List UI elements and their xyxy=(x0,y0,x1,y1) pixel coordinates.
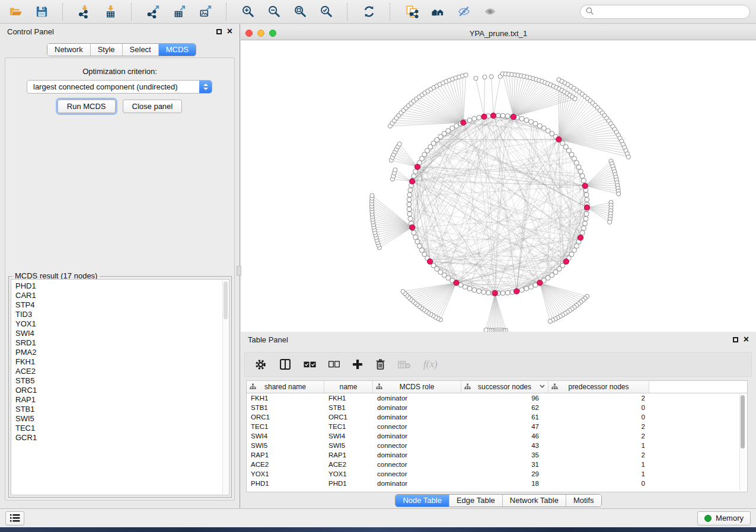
mcds-result-item[interactable]: SWI4 xyxy=(15,329,229,338)
toolbar-separator xyxy=(226,3,227,21)
close-panel-icon[interactable]: × xyxy=(227,27,232,36)
column-header-shared-name[interactable]: shared name xyxy=(247,381,324,393)
zoom-out-button[interactable] xyxy=(264,2,283,21)
table-row[interactable]: ORC1ORC1dominator610 xyxy=(247,412,747,422)
run-mcds-button[interactable]: Run MCDS xyxy=(58,100,116,113)
cell-shared-name: ORC1 xyxy=(247,412,324,422)
mcds-result-item[interactable]: SRD1 xyxy=(15,338,229,348)
mcds-result-item[interactable]: STB5 xyxy=(15,376,229,386)
column-header-successor-nodes[interactable]: successor nodes xyxy=(461,381,548,393)
network-window: YPA_prune.txt_1 xyxy=(241,27,756,332)
import-table-button[interactable] xyxy=(101,2,120,21)
mcds-result-item[interactable]: PMA2 xyxy=(15,348,229,357)
window-maximize-icon[interactable] xyxy=(269,30,276,37)
table-scrollbar[interactable] xyxy=(739,394,746,491)
mcds-result-item[interactable]: GCR1 xyxy=(15,433,229,443)
table-row[interactable]: SWI4SWI4dominator462 xyxy=(247,431,747,441)
cell-shared-name: TEC1 xyxy=(247,422,324,431)
mcds-result-item[interactable]: ACE2 xyxy=(15,367,229,376)
window-minimize-icon[interactable] xyxy=(257,30,264,37)
tab-network-table[interactable]: Network Table xyxy=(502,495,566,507)
mcds-result-item[interactable]: TEC1 xyxy=(15,424,229,433)
table-row[interactable]: YOX1YOX1connector291 xyxy=(247,469,747,479)
mcds-result-item[interactable]: STB1 xyxy=(15,405,229,414)
cell-name: FKH1 xyxy=(324,393,373,403)
save-session-button[interactable] xyxy=(32,2,51,21)
export-image-button[interactable] xyxy=(196,2,215,21)
open-file-button[interactable] xyxy=(6,2,25,21)
vertical-splitter-handle[interactable] xyxy=(237,266,241,275)
cell-mcds-role: dominator xyxy=(373,403,461,412)
tab-node-table[interactable]: Node Table xyxy=(395,495,449,507)
zoom-in-button[interactable] xyxy=(238,2,257,21)
export-network-button[interactable] xyxy=(143,2,162,21)
import-network-button[interactable] xyxy=(75,2,94,21)
dominator-node xyxy=(582,183,588,188)
cell-mcds-role: connector xyxy=(373,422,461,431)
settings-button[interactable] xyxy=(254,357,267,371)
network-canvas[interactable] xyxy=(241,40,756,332)
delete-column-button[interactable] xyxy=(375,357,385,371)
mcds-result-item[interactable]: FKH1 xyxy=(15,357,229,367)
float-table-panel-icon[interactable] xyxy=(733,337,738,342)
table-row[interactable]: STB1STB1dominator620 xyxy=(247,403,747,412)
cell-name: ACE2 xyxy=(324,460,373,469)
select-all-checkboxes-button[interactable] xyxy=(304,357,316,371)
mcds-result-item[interactable]: SWI5 xyxy=(15,414,229,424)
show-all-icon xyxy=(483,5,497,18)
tab-select[interactable]: Select xyxy=(122,44,158,56)
cell-successor-nodes: 29 xyxy=(461,469,548,479)
tab-mcds[interactable]: MCDS xyxy=(158,44,196,56)
float-panel-icon[interactable] xyxy=(216,29,222,34)
tab-motifs[interactable]: Motifs xyxy=(566,495,601,507)
mcds-result-item[interactable]: TID3 xyxy=(15,310,229,319)
deselect-all-checkboxes-button[interactable] xyxy=(328,357,340,371)
close-panel-button[interactable]: Close panel xyxy=(123,100,183,113)
dominator-node xyxy=(556,137,562,142)
table-row[interactable]: FKH1FKH1dominator962 xyxy=(247,393,747,403)
column-header-mcds-role[interactable]: MCDS role xyxy=(373,381,461,393)
mcds-result-item[interactable]: ORC1 xyxy=(15,386,229,395)
tab-edge-table[interactable]: Edge Table xyxy=(449,495,502,507)
clone-network-button[interactable] xyxy=(402,2,421,21)
criterion-dropdown[interactable]: largest connected component (undirected) xyxy=(27,80,212,94)
mcds-result-item[interactable]: YOX1 xyxy=(15,319,229,329)
cell-shared-name: STB1 xyxy=(247,403,324,412)
column-header-name[interactable]: name xyxy=(324,381,373,393)
table-row[interactable]: PHD1PHD1dominator180 xyxy=(247,479,747,488)
cell-shared-name: ACE2 xyxy=(247,460,324,469)
cell-mcds-role: dominator xyxy=(373,431,461,441)
cell-mcds-role: connector xyxy=(373,460,461,469)
refresh-view-button[interactable] xyxy=(359,2,378,21)
mcds-result-item[interactable]: RAP1 xyxy=(15,395,229,405)
show-all-button[interactable] xyxy=(480,2,499,21)
column-header-predecessor-nodes[interactable]: predecessor nodes xyxy=(548,381,649,393)
import-table-icon xyxy=(104,5,117,18)
cell-name: PHD1 xyxy=(324,479,373,488)
export-table-button[interactable] xyxy=(170,2,189,21)
window-close-icon[interactable] xyxy=(245,30,253,37)
table-row[interactable]: TEC1TEC1connector472 xyxy=(247,422,747,431)
tab-network[interactable]: Network xyxy=(47,44,90,56)
mcds-result-item[interactable]: CAR1 xyxy=(15,291,229,300)
first-neighbors-button[interactable] xyxy=(428,2,447,21)
close-table-panel-icon[interactable]: × xyxy=(744,335,749,344)
search-input[interactable] xyxy=(597,7,744,17)
memory-button[interactable]: Memory xyxy=(697,511,751,525)
add-column-icon xyxy=(352,359,363,370)
mcds-result-item[interactable]: STP4 xyxy=(15,300,229,310)
hide-selected-button[interactable] xyxy=(454,2,473,21)
table-row[interactable]: RAP1RAP1dominator352 xyxy=(247,450,747,460)
add-column-button[interactable] xyxy=(352,357,363,371)
mcds-list-scrollbar[interactable] xyxy=(222,280,228,494)
cell-successor-nodes: 46 xyxy=(461,431,548,441)
task-history-button[interactable] xyxy=(5,511,24,525)
table-row[interactable]: ACE2ACE2connector311 xyxy=(247,460,747,469)
table-row[interactable]: SWI5SWI5connector431 xyxy=(247,441,747,450)
zoom-selected-button[interactable] xyxy=(317,2,336,21)
tab-style[interactable]: Style xyxy=(90,44,122,56)
first-neighbors-icon xyxy=(431,5,445,18)
zoom-fit-button[interactable] xyxy=(291,2,310,21)
column-layout-button[interactable] xyxy=(279,357,291,371)
mcds-result-item[interactable]: PHD1 xyxy=(15,281,229,291)
